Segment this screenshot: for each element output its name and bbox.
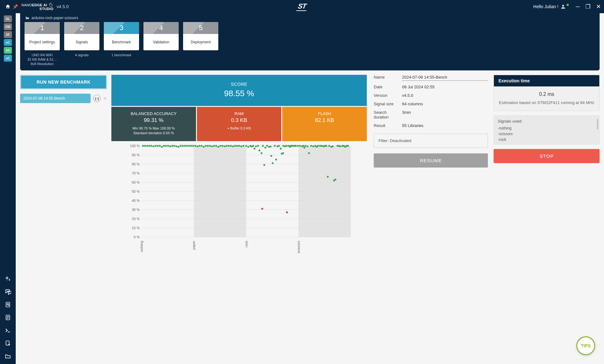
- stop-button[interactable]: STOP: [494, 149, 600, 163]
- svg-point-128: [310, 145, 312, 147]
- info-key: Version: [374, 93, 402, 98]
- svg-point-52: [176, 145, 177, 147]
- svg-point-134: [321, 145, 323, 147]
- breadcrumb-label: arduino-rock-paper-scissors: [31, 16, 78, 20]
- filter-box[interactable]: Filter: Deactivated: [374, 134, 488, 148]
- svg-point-138: [327, 176, 329, 178]
- sidebar-project-nc[interactable]: nC: [4, 55, 12, 62]
- document-icon[interactable]: [5, 314, 11, 322]
- svg-point-97: [264, 147, 266, 149]
- sidebar-project-sf[interactable]: SF: [4, 31, 12, 38]
- svg-point-153: [286, 212, 288, 213]
- maximize-button[interactable]: ❐: [585, 3, 590, 10]
- svg-point-37: [144, 145, 146, 147]
- step-validation[interactable]: 4Validation: [143, 22, 179, 50]
- info-value: 64 columns: [402, 102, 488, 106]
- svg-point-86: [247, 146, 249, 148]
- svg-point-65: [203, 146, 204, 148]
- execution-note: Estimation based on STM32F411 running at…: [498, 100, 595, 105]
- resume-button[interactable]: RESUME: [374, 153, 488, 168]
- svg-point-96: [263, 164, 265, 166]
- scrollbar-thumb[interactable]: [597, 119, 598, 130]
- signal-item: -nothing: [498, 126, 596, 130]
- svg-text:rock: rock: [244, 241, 248, 247]
- svg-point-103: [274, 145, 276, 147]
- file-upload-icon[interactable]: [5, 340, 11, 348]
- svg-point-95: [262, 145, 264, 147]
- pin-icon[interactable]: 📌: [13, 4, 19, 9]
- sidebar-project-ad[interactable]: AD: [4, 47, 12, 54]
- svg-point-68: [209, 145, 211, 147]
- svg-text:30 %: 30 %: [132, 208, 140, 212]
- step-project-settings[interactable]: 1Project settings: [25, 22, 60, 50]
- svg-text:10 %: 10 %: [132, 226, 140, 230]
- svg-point-72: [217, 146, 219, 148]
- svg-point-107: [280, 148, 282, 150]
- pause-button[interactable]: ❚❚: [93, 95, 101, 102]
- svg-point-47: [165, 145, 167, 147]
- svg-point-44: [159, 145, 161, 147]
- home-icon[interactable]: [3, 4, 13, 9]
- ram-tile: RAM 0.3 KB + Buffer 0.3 KB: [197, 107, 282, 141]
- svg-point-91: [255, 145, 257, 147]
- signal-item: -scissors: [498, 132, 596, 136]
- svg-point-58: [188, 145, 190, 147]
- svg-point-109: [282, 152, 284, 154]
- folder-icon[interactable]: [5, 353, 11, 361]
- svg-point-117: [292, 145, 294, 147]
- svg-text:0 %: 0 %: [134, 235, 140, 239]
- info-key: Date: [374, 85, 402, 89]
- header-block: arduino-rock-paper-scissors 1Project set…: [20, 13, 600, 70]
- execution-card: Execution time 0.2 ms Estimation based o…: [494, 75, 600, 111]
- app-version: v4.5.0: [57, 4, 69, 9]
- svg-text:60 %: 60 %: [132, 180, 140, 184]
- run-benchmark-button[interactable]: RUN NEW BENCHMARK: [20, 75, 107, 89]
- svg-point-46: [163, 145, 165, 147]
- svg-point-143: [334, 179, 336, 180]
- svg-point-123: [302, 145, 304, 147]
- user-greeting[interactable]: Hello Julian !: [533, 4, 570, 9]
- svg-point-102: [272, 162, 274, 164]
- signal-item: -rock: [498, 137, 596, 142]
- sidebar-project-nc[interactable]: nC: [4, 39, 12, 46]
- close-chip-button[interactable]: ✕: [103, 96, 107, 101]
- tips-button[interactable]: TIPS: [576, 336, 595, 355]
- svg-point-66: [205, 145, 207, 147]
- svg-point-98: [266, 145, 268, 147]
- step-benchmark[interactable]: 3Benchmark: [104, 22, 139, 50]
- search-doc-icon[interactable]: [5, 301, 11, 309]
- sidebar-project-dm[interactable]: DM: [4, 23, 12, 30]
- svg-point-69: [211, 145, 213, 147]
- step-signals[interactable]: 2Signals: [64, 22, 99, 50]
- step-sub: 4 signals: [75, 53, 88, 57]
- info-key: Search duration: [374, 110, 402, 119]
- benchmark-chip[interactable]: 2024-07-08 14:55-Bench: [20, 94, 91, 103]
- close-button[interactable]: ✕: [596, 3, 601, 10]
- svg-point-38: [146, 145, 148, 147]
- svg-point-112: [286, 145, 288, 147]
- svg-point-63: [199, 145, 200, 147]
- svg-point-106: [278, 145, 280, 147]
- sidebar-project-dl[interactable]: DL: [4, 15, 12, 22]
- step-deployment[interactable]: 5Deployment: [183, 22, 218, 50]
- settings-icon[interactable]: [5, 276, 11, 284]
- svg-point-104: [275, 159, 277, 161]
- svg-text:scissors: scissors: [297, 241, 300, 253]
- svg-point-90: [254, 148, 255, 150]
- breadcrumb[interactable]: arduino-rock-paper-scissors: [25, 16, 595, 20]
- svg-point-48: [167, 145, 169, 147]
- svg-point-120: [297, 145, 299, 147]
- signals-title: Signals used:: [498, 119, 596, 124]
- chat-icon[interactable]: [5, 289, 11, 296]
- svg-point-84: [243, 145, 244, 147]
- svg-point-139: [328, 145, 330, 147]
- terminal-icon[interactable]: [5, 327, 11, 335]
- signals-card: Signals used: -nothing-scissors-rock: [494, 115, 600, 145]
- svg-point-57: [186, 145, 188, 147]
- info-grid: Name2024-07-08 14:55-BenchDate08 Jul 202…: [374, 75, 488, 128]
- info-key: Signal size: [374, 102, 402, 106]
- step-sub: UNO R4 WiFi32 KB RAM & 51…8x8 Resolution: [27, 53, 57, 66]
- minimize-button[interactable]: ─: [576, 3, 580, 10]
- svg-point-2: [9, 279, 10, 280]
- info-value[interactable]: 2024-07-08 14:55-Bench: [402, 75, 488, 81]
